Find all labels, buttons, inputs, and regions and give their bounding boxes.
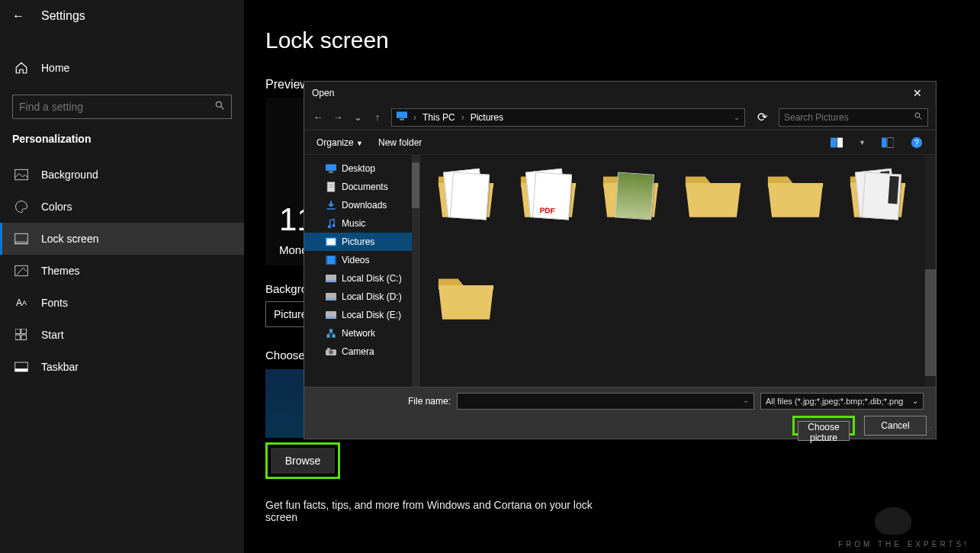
tree-item-pictures[interactable]: Pictures [304,233,419,251]
folder-item[interactable]: . [591,162,670,262]
sidebar-item-label: Themes [41,265,80,277]
download-icon [326,200,336,211]
organize-menu[interactable]: Organize ▼ [316,137,363,148]
svg-text:?: ? [914,139,919,147]
file-name-input[interactable]: ⌄ [457,393,754,410]
tree-item-label: Music [342,218,365,229]
disk-icon [326,291,336,302]
folder-tree: DesktopDocumentsDownloadsMusicPicturesVi… [304,155,420,387]
back-icon[interactable]: ← [12,9,24,23]
svg-rect-4 [15,241,28,244]
tree-item-local-disk-c-[interactable]: Local Disk (C:) [304,269,419,288]
sidebar-item-background[interactable]: Background [0,159,244,191]
tree-item-network[interactable]: Network [304,324,419,342]
sidebar-item-start[interactable]: Start [0,319,244,351]
svg-rect-16 [831,137,837,147]
svg-line-15 [920,117,922,120]
browse-button[interactable]: Browse [271,448,335,474]
svg-point-0 [216,101,221,107]
folder-label: . [432,326,500,350]
refresh-icon[interactable]: ⟳ [753,110,771,124]
sidebar-item-fonts[interactable]: AA Fonts [0,287,244,319]
tree-item-camera[interactable]: Camera [304,342,419,361]
svg-rect-23 [329,172,333,173]
help-icon[interactable]: ? [910,136,924,150]
tree-item-local-disk-e-[interactable]: Local Disk (E:) [304,306,419,324]
tree-item-documents[interactable]: Documents [304,178,419,196]
svg-rect-42 [332,334,335,337]
tree-item-videos[interactable]: Videos [304,251,419,269]
nav-up-icon[interactable]: ↑ [371,111,384,123]
dialog-search-input[interactable] [784,112,914,123]
pc-icon [397,111,407,123]
picture-icon [326,236,336,247]
tree-item-downloads[interactable]: Downloads [304,196,419,214]
taskbar-icon [14,362,29,372]
chevron-down-icon[interactable]: ⌄ [734,113,740,121]
search-field[interactable] [19,101,214,113]
sidebar-item-themes[interactable]: Themes [0,255,244,287]
category-label: Personalization [12,133,232,145]
svg-rect-41 [326,334,329,337]
dialog-search[interactable] [779,108,928,127]
folder-item[interactable]: . [426,265,506,364]
close-icon[interactable]: ✕ [907,87,928,99]
scrollbar[interactable] [412,155,419,387]
net-icon [326,328,336,339]
dropdown-value: Picture [274,308,307,320]
sidebar-item-taskbar[interactable]: Taskbar [0,351,244,383]
svg-rect-8 [15,335,20,339]
svg-rect-27 [326,208,335,209]
tree-item-label: Documents [342,182,388,192]
tree-item-label: Local Disk (E:) [342,310,401,320]
nav-back-icon[interactable]: ← [312,111,324,123]
choose-picture-button[interactable]: Choose picture [798,421,850,441]
tree-item-music[interactable]: Music [304,214,419,233]
address-bar[interactable]: › This PC › Pictures ⌄ [391,108,745,127]
svg-rect-22 [326,164,336,170]
search-icon [914,111,923,123]
breadcrumb-folder[interactable]: Pictures [471,112,503,123]
folder-item[interactable]: . [756,162,835,262]
personalization-nav: Background Colors Lock screen Themes AA … [0,159,244,383]
svg-point-29 [332,224,335,227]
preview-pane-icon[interactable] [881,136,895,150]
folder-item[interactable]: . [426,162,506,262]
folder-label: . [761,223,830,248]
open-dialog: Open ✕ ← → ⌄ ↑ › This PC › Pictures ⌄ ⟳ … [304,81,937,439]
svg-rect-17 [837,137,843,147]
tree-item-local-disk-d-[interactable]: Local Disk (D:) [304,288,419,306]
sidebar-item-label: Taskbar [41,361,79,373]
sidebar-item-label: Lock screen [41,233,98,245]
nav-forward-icon[interactable]: → [332,111,344,123]
folder-item[interactable]: . [838,162,917,262]
chevron-down-icon: ▼ [356,140,363,147]
browse-highlight: Browse [265,442,340,479]
page-title: Lock screen [265,27,980,53]
folder-item[interactable]: . [673,162,753,262]
tree-item-desktop[interactable]: Desktop [304,159,419,178]
file-types-dropdown[interactable]: All files (*.jpg;*.jpeg;*.bmp;*.dib;*.pn… [760,393,924,410]
search-input[interactable] [12,95,232,119]
settings-sidebar: ← Settings Home Personalization Backgrou… [0,0,244,553]
sidebar-item-colors[interactable]: Colors [0,191,244,223]
cancel-button[interactable]: Cancel [864,416,927,436]
svg-point-14 [915,113,920,117]
picture-icon [14,169,29,181]
svg-rect-6 [15,329,20,333]
breadcrumb-root[interactable]: This PC [423,112,455,123]
chevron-down-icon[interactable]: ⌄ [352,111,364,123]
new-folder-button[interactable]: New folder [378,137,422,148]
svg-rect-31 [326,239,335,245]
sidebar-item-lockscreen[interactable]: Lock screen [0,223,244,255]
folder-label: . [514,223,583,248]
folder-item[interactable]: . [509,162,588,262]
resize-grip-icon[interactable]: ⋰ [925,428,934,437]
folder-label: . [596,223,665,248]
scrollbar[interactable] [925,155,936,387]
chevron-down-icon[interactable]: ⌄ [738,394,753,407]
svg-rect-32 [326,256,336,264]
chevron-down-icon[interactable]: ▼ [859,139,866,146]
home-link[interactable]: Home [0,52,244,84]
view-mode-icon[interactable] [830,136,843,150]
